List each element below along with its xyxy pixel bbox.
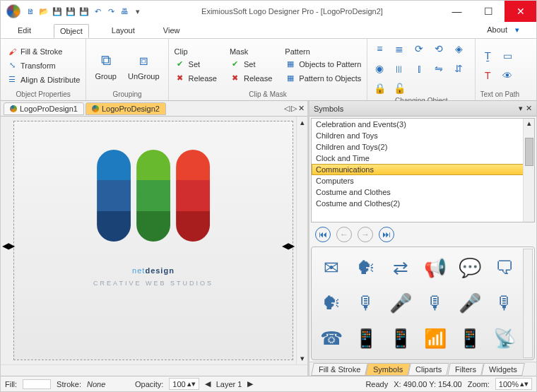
unlock-icon[interactable]: 🔓 xyxy=(391,81,407,96)
symbol-phone-icon[interactable]: ☎ xyxy=(320,328,343,350)
tab-fillstroke[interactable]: Fill & Stroke xyxy=(311,363,368,376)
redo-icon[interactable]: ↷ xyxy=(105,6,117,17)
category-list[interactable]: Celebration and Events(3) Children and T… xyxy=(311,118,535,222)
symbol-arrows-icon[interactable]: ⇄ xyxy=(393,257,408,279)
menu-object[interactable]: Object xyxy=(54,24,89,38)
list-item[interactable]: Children and Toys(2) xyxy=(312,141,534,153)
spinner-icon[interactable]: ▴▾ xyxy=(187,379,196,388)
distribute-h-icon[interactable]: ⫼ xyxy=(391,61,407,76)
tab-next-icon[interactable]: ▷ xyxy=(291,104,297,113)
symbol-mic4-icon[interactable]: 🎤 xyxy=(459,292,481,314)
fill-stroke-button[interactable]: 🖌Fill & Stroke xyxy=(5,45,81,58)
panel-menu-icon[interactable]: ▾ xyxy=(519,104,523,113)
undo-icon[interactable]: ↶ xyxy=(92,6,103,17)
symbol-speech-icon[interactable]: 💬 xyxy=(459,257,481,279)
nav-next-icon[interactable]: → xyxy=(358,227,373,242)
new-icon[interactable]: 🗎 xyxy=(25,6,36,17)
list-item[interactable]: Clock and Time xyxy=(312,153,534,164)
save-icon[interactable]: 💾 xyxy=(52,6,63,17)
symbol-envelope-icon[interactable]: ✉ xyxy=(324,257,339,279)
nav-last-icon[interactable]: ⏭ xyxy=(379,227,394,242)
next-layer-icon[interactable]: ▶ xyxy=(247,379,253,388)
flip-h-icon[interactable]: ⇋ xyxy=(431,61,447,76)
transform-button[interactable]: ⤡Transform xyxy=(5,59,81,72)
nav-first-icon[interactable]: ⏮ xyxy=(315,227,331,242)
symbol-person-icon[interactable]: 🗣 xyxy=(357,257,375,279)
nav-prev-icon[interactable]: ← xyxy=(336,227,352,242)
canvas-hscroll[interactable] xyxy=(1,364,307,376)
tab-close-icon[interactable]: ✕ xyxy=(298,104,305,113)
eye-icon[interactable]: ◉ xyxy=(372,61,387,76)
rotate-cw-icon[interactable]: ⟳ xyxy=(411,41,427,57)
symgrid-scrollbar[interactable] xyxy=(523,249,533,358)
list-item[interactable]: Celebration and Events(3) xyxy=(312,119,534,130)
text-t-icon[interactable]: T xyxy=(480,68,495,83)
symbol-cell1-icon[interactable]: 📱 xyxy=(355,328,377,350)
canvas-vscroll[interactable]: ▴▾ xyxy=(296,117,307,364)
fill-swatch[interactable] xyxy=(23,379,51,389)
mask-release-button[interactable]: ✖Release xyxy=(228,72,273,85)
tab-filters[interactable]: Filters xyxy=(447,363,484,376)
rotate-ccw-icon[interactable]: ⟲ xyxy=(431,41,447,57)
resize-handle-left[interactable]: ◀▶ xyxy=(2,241,15,251)
close-button[interactable]: ✕ xyxy=(504,1,536,22)
symbol-cell2-icon[interactable]: 📱 xyxy=(389,328,412,350)
symbol-mic3-icon[interactable]: 🎙 xyxy=(426,292,444,314)
stroke-value[interactable]: None xyxy=(87,380,129,388)
symbol-mic1-icon[interactable]: 🎙 xyxy=(357,292,375,314)
prev-layer-icon[interactable]: ◀ xyxy=(205,379,211,388)
align-distribute-button[interactable]: ☰Align & Distribute xyxy=(5,73,81,86)
symbol-mic5-icon[interactable]: 🎙 xyxy=(495,292,514,314)
pattern-to-objects-button[interactable]: ▦Pattern to Objects xyxy=(283,72,362,85)
minimize-button[interactable]: — xyxy=(441,1,473,22)
clip-set-button[interactable]: ✔Set xyxy=(173,58,218,71)
symbol-megaphone-icon[interactable]: 📢 xyxy=(424,257,447,279)
resize-handle-right[interactable]: ◀▶ xyxy=(282,241,295,251)
tab-widgets[interactable]: Widgets xyxy=(481,363,525,376)
menu-view[interactable]: View xyxy=(158,24,186,37)
zoom-field[interactable]: 100%▴▾ xyxy=(495,378,532,390)
list-item[interactable]: Children and Toys xyxy=(312,130,534,141)
spinner-icon[interactable]: ▴▾ xyxy=(520,379,529,388)
text-path2-icon[interactable]: ▭ xyxy=(500,48,515,64)
ungroup-button[interactable]: ⧈UnGroup xyxy=(124,49,164,82)
tab-cliparts[interactable]: Cliparts xyxy=(408,363,450,376)
catlist-scrollbar[interactable]: ▴ xyxy=(523,119,534,222)
lock-icon[interactable]: 🔒 xyxy=(372,81,387,96)
maximize-button[interactable]: ☐ xyxy=(473,1,504,22)
tab-symbols[interactable]: Symbols xyxy=(365,363,411,376)
tab-prev-icon[interactable]: ◁ xyxy=(284,104,290,113)
objects-to-pattern-button[interactable]: ▦Objects to Pattern xyxy=(283,58,362,71)
qat-dropdown-icon[interactable]: ▾ xyxy=(132,6,143,17)
symbol-cell4-icon[interactable]: 📱 xyxy=(459,328,481,350)
panel-close-icon[interactable]: ✕ xyxy=(526,104,532,113)
saveall-icon[interactable]: 💾 xyxy=(65,6,76,17)
align-center-icon[interactable]: ≣ xyxy=(391,41,407,57)
symbol-talk-icon[interactable]: 🗣 xyxy=(322,292,341,314)
menu-edit[interactable]: Edit xyxy=(12,24,37,37)
mask-set-button[interactable]: ✔Set xyxy=(228,58,273,71)
text-eye-icon[interactable]: 👁 xyxy=(500,68,515,83)
menu-layout[interactable]: Layout xyxy=(106,24,141,37)
distribute-v-icon[interactable]: ⫿ xyxy=(411,61,427,76)
list-item[interactable]: Costume and Clothes xyxy=(312,186,534,198)
symbol-cell5-icon[interactable]: 📡 xyxy=(493,328,516,350)
flip-v-icon[interactable]: ⇵ xyxy=(451,61,466,76)
list-item[interactable]: Computers xyxy=(312,175,534,186)
open-icon[interactable]: 📂 xyxy=(38,6,49,17)
doc-tab-1[interactable]: LogoProDesign1 xyxy=(4,102,84,115)
clip-release-button[interactable]: ✖Release xyxy=(173,72,218,85)
menu-about[interactable]: About ▾ xyxy=(476,23,525,37)
canvas[interactable]: netdesign CREATIVE WEB STUDIOS ◀▶ ◀▶ xyxy=(1,117,296,364)
print-icon[interactable]: 🖶 xyxy=(119,6,130,17)
list-item-selected[interactable]: Communications xyxy=(312,164,534,175)
align-left-icon[interactable]: ≡ xyxy=(372,41,387,57)
opacity-field[interactable]: 100▴▾ xyxy=(169,378,199,390)
symbol-mic2-icon[interactable]: 🎤 xyxy=(389,292,412,314)
layer-name[interactable]: Layer 1 xyxy=(216,380,242,388)
list-item[interactable]: Costume and Clothes(2) xyxy=(312,198,534,209)
text-path-icon[interactable]: Ṯ xyxy=(480,48,495,64)
doc-tab-2[interactable]: LogoProDesign2 xyxy=(85,102,166,115)
symbol-cell3-icon[interactable]: 📶 xyxy=(424,328,447,350)
symbol-bubbles-icon[interactable]: 🗨 xyxy=(495,257,514,279)
